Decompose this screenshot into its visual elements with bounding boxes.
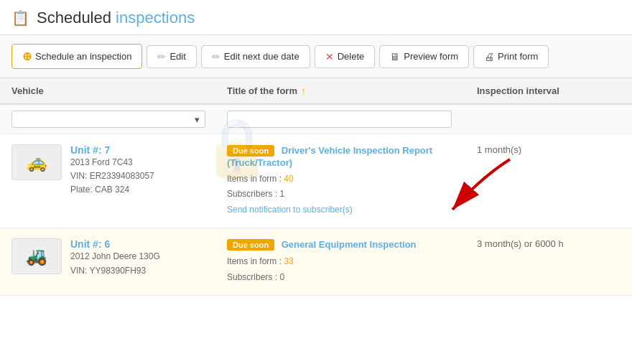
- subscribers-label-1: Subscribers :: [227, 189, 277, 199]
- form-title-column-header: Title of the form ↑: [227, 85, 477, 96]
- preview-icon: 🖥: [390, 51, 400, 62]
- items-value-1: 40: [284, 174, 293, 184]
- calendar-check-icon: 📋: [11, 9, 29, 27]
- form-title-2: General Equipment Inspection: [282, 239, 417, 250]
- form-meta-2: Items in form : 33 Subscribers : 0: [227, 254, 477, 285]
- plus-icon: ⊕: [22, 50, 32, 63]
- items-label-2: Items in form :: [227, 256, 282, 266]
- form-meta-1: Items in form : 40 Subscribers : 1 Send …: [227, 172, 477, 218]
- page-title: Scheduled inspections: [37, 9, 195, 27]
- unit-link-1[interactable]: Unit #: 7: [70, 144, 110, 156]
- form-title-filter-cell: [227, 111, 477, 128]
- toolbar: ⊕ Schedule an inspection ✏ Edit ✏ Edit n…: [0, 35, 632, 78]
- edit-next-due-button[interactable]: ✏ Edit next due date: [201, 45, 310, 68]
- vehicle-vin-1: VIN: ER23394083057: [70, 169, 154, 183]
- print-form-button[interactable]: 🖨 Print form: [473, 45, 549, 68]
- form-cell-2: Due soon General Equipment Inspection It…: [227, 238, 477, 285]
- sort-icon[interactable]: ↑: [301, 85, 306, 96]
- interval-cell-1: 1 month(s): [477, 144, 621, 155]
- vehicle-year-make-1: 2013 Ford 7C43: [70, 156, 154, 169]
- vehicle-filter-wrapper: [11, 111, 205, 128]
- vehicle-filter-cell: [11, 111, 227, 128]
- notify-link-1[interactable]: Send notification to subscriber(s): [227, 205, 353, 215]
- due-soon-badge-1: Due soon: [227, 145, 274, 157]
- interval-cell-2: 3 month(s) or 6000 h: [477, 238, 621, 249]
- vehicle-info-1: Unit #: 7 2013 Ford 7C43 VIN: ER23394083…: [70, 144, 154, 197]
- vehicle-info-2: Unit #: 6 2012 John Deere 130G VIN: YY98…: [70, 238, 160, 277]
- delete-icon: ✕: [325, 51, 334, 62]
- vehicle-image-1: 🚕: [11, 144, 62, 180]
- unit-link-2[interactable]: Unit #: 6: [70, 238, 110, 250]
- inspections-table: 🔒 Vehicle Title of the form ↑ Inspection…: [0, 78, 632, 296]
- items-label-1: Items in form :: [227, 174, 282, 184]
- vehicle-image-2: 🚜: [11, 238, 62, 274]
- vehicle-plate-1: Plate: CAB 324: [70, 183, 154, 197]
- edit-next-icon: ✏: [212, 51, 220, 62]
- page-header: 📋 Scheduled inspections: [0, 0, 632, 35]
- preview-form-button[interactable]: 🖥 Preview form: [379, 45, 469, 68]
- vehicle-cell-2: 🚜 Unit #: 6 2012 John Deere 130G VIN: YY…: [11, 238, 227, 277]
- schedule-inspection-button[interactable]: ⊕ Schedule an inspection: [11, 44, 142, 69]
- table-row: 🚕 Unit #: 7 2013 Ford 7C43 VIN: ER233940…: [0, 134, 632, 228]
- table-row: 🚜 Unit #: 6 2012 John Deere 130G VIN: YY…: [0, 228, 632, 296]
- subscribers-value-2: 0: [279, 272, 284, 282]
- items-value-2: 33: [284, 256, 293, 266]
- due-soon-badge-2: Due soon: [227, 239, 274, 251]
- vehicle-year-make-2: 2012 John Deere 130G: [70, 250, 160, 263]
- subscribers-label-2: Subscribers :: [227, 272, 277, 282]
- vehicle-vin-2: VIN: YY98390FH93: [70, 264, 160, 278]
- vehicle-column-header: Vehicle: [11, 85, 227, 96]
- filter-row: [0, 105, 632, 134]
- form-title-filter-input[interactable]: [227, 111, 452, 128]
- print-icon: 🖨: [484, 51, 494, 62]
- vehicle-cell-1: 🚕 Unit #: 7 2013 Ford 7C43 VIN: ER233940…: [11, 144, 227, 197]
- interval-filter-cell: [477, 111, 621, 128]
- table-header: Vehicle Title of the form ↑ Inspection i…: [0, 78, 632, 105]
- subscribers-value-1: 1: [279, 189, 284, 199]
- edit-icon: ✏: [157, 51, 166, 62]
- delete-button[interactable]: ✕ Delete: [315, 45, 376, 68]
- interval-column-header: Inspection interval: [477, 85, 621, 96]
- edit-button[interactable]: ✏ Edit: [147, 45, 196, 68]
- form-cell-1: Due soon Driver's Vehicle Inspection Rep…: [227, 144, 477, 218]
- vehicle-filter-select[interactable]: [11, 111, 205, 128]
